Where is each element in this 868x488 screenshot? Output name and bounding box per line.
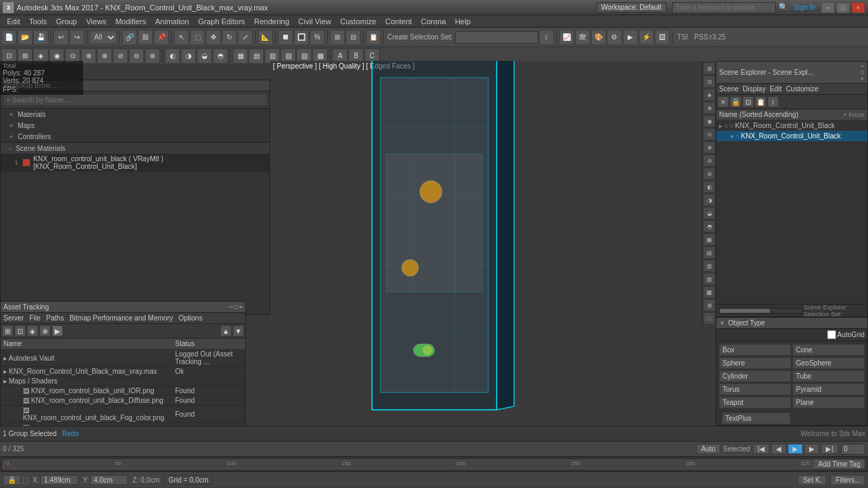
materials-tree-item[interactable]: + Materials [1,109,269,120]
asset-col-status[interactable]: Status [172,338,245,350]
ot-box[interactable]: Box [719,344,791,356]
tb-link[interactable]: 🔗 [122,30,137,45]
filters-btn[interactable]: Filters... [831,475,865,485]
asset-menu-options[interactable]: Options [179,314,202,322]
autogrid-checkbox[interactable] [827,330,836,339]
tb-select-region[interactable]: ⬚ [190,30,205,45]
tb2-8[interactable]: ⊘ [113,48,128,64]
maps-tree-item[interactable]: + Maps [1,120,269,131]
se-minimize[interactable]: ─ [860,63,865,69]
close-button[interactable]: × [851,2,865,13]
workspace-label[interactable]: Workspace: Default [596,2,666,12]
at-tb4[interactable]: ⊕ [39,325,51,336]
asset-menu-paths[interactable]: Paths [46,314,64,322]
tb-select[interactable]: ↖ [174,30,189,45]
se-scrollbar-thumb[interactable] [720,309,770,313]
tb-scale[interactable]: ⤢ [238,30,253,45]
ot-cone[interactable]: Cone [792,344,865,356]
tb2-9[interactable]: ⊖ [129,48,144,64]
tb-unlink[interactable]: ⛓ [138,30,153,45]
ot-torus[interactable]: Torus [719,383,791,395]
se-maximize[interactable]: □ [860,69,865,75]
redo-label[interactable]: Redo [62,430,79,437]
tb-new[interactable]: 📄 [1,30,17,45]
side-btn-13[interactable]: ◓ [703,220,716,233]
tb-render[interactable]: ▶ [623,30,638,45]
tb2-10[interactable]: ⊛ [145,48,160,64]
at-tb1[interactable]: ⊞ [2,325,13,336]
x-value[interactable]: 1.489cm [40,475,78,485]
selection-set-input[interactable] [455,31,538,44]
side-btn-5[interactable]: ◉ [703,115,716,127]
side-btn-1[interactable]: ⊞ [703,62,716,75]
search-input[interactable] [672,2,776,13]
menu-group[interactable]: Group [52,17,82,26]
tb2-13[interactable]: ◒ [197,48,212,64]
menu-views[interactable]: Views [82,17,110,26]
tb2-11[interactable]: ◐ [165,48,180,64]
at-tb3[interactable]: ◈ [27,325,38,336]
menu-tools[interactable]: Tools [25,17,51,26]
prev-frame-btn[interactable]: ◀ [771,444,786,454]
side-btn-4[interactable]: ⊕ [703,102,716,114]
tb-snap-toggle[interactable]: 🔲 [278,30,293,45]
add-time-tag-btn[interactable]: Add Time Tag [813,459,865,469]
side-btn-6[interactable]: ⊙ [703,128,716,141]
menu-graph-editors[interactable]: Graph Editors [194,17,249,26]
menu-civil-view[interactable]: Civil View [294,17,335,26]
se-close[interactable]: × [860,75,865,82]
prev-key-btn[interactable]: |◀ [753,444,770,454]
se-tb2[interactable]: 🔒 [730,96,741,107]
se-menu-customize[interactable]: Customize [786,85,818,93]
se-menu-scene[interactable]: Scene [719,85,738,93]
minimize-button[interactable]: ─ [821,2,835,13]
tb-schematic[interactable]: 🕸 [575,30,590,45]
ot-tube[interactable]: Tube [792,370,865,382]
tb-bind[interactable]: 📌 [154,30,169,45]
sign-in-button[interactable]: Sign In [794,3,815,11]
side-btn-14[interactable]: ▦ [703,233,716,246]
side-btn-2[interactable]: ⊡ [703,75,716,88]
menu-modifiers[interactable]: Modifiers [111,17,150,26]
se-tb5[interactable]: ↕ [768,96,779,107]
asset-col-name[interactable]: Name [1,338,172,350]
tb2-16[interactable]: ▤ [249,48,264,64]
tb-layer[interactable]: 📋 [366,30,381,45]
tb-redo[interactable]: ↪ [69,30,85,45]
tb2-14[interactable]: ◓ [213,48,228,64]
tb-save[interactable]: 💾 [33,30,48,45]
side-btn-8[interactable]: ⊘ [703,154,716,167]
asset-menu-bitmap[interactable]: Bitmap Performance and Memory [69,314,173,322]
menu-customize[interactable]: Customize [336,17,380,26]
side-btn-19[interactable]: ⊞ [703,299,716,311]
menu-help[interactable]: Help [451,17,475,26]
asset-menu-file[interactable]: File [29,314,40,322]
tb-move[interactable]: ✥ [206,30,221,45]
tb2-12[interactable]: ◑ [181,48,196,64]
menu-content[interactable]: Content [381,17,416,26]
timeline-track[interactable]: 0 50 100 150 200 250 300 325 Add Time Ta… [0,457,868,472]
tb-align[interactable]: ⊟ [346,30,361,45]
tb-render-setup[interactable]: ⚙ [607,30,622,45]
tb2-15[interactable]: ▦ [233,48,248,64]
side-btn-17[interactable]: ▧ [703,273,716,285]
ot-geosphere[interactable]: GeoSphere [792,357,865,369]
next-key-btn[interactable]: ▶| [821,444,838,454]
tb-named-sel[interactable]: ↕ [539,30,554,45]
asset-minimize[interactable]: ─ [229,304,233,310]
ot-textplus[interactable]: TextPlus [722,413,790,424]
controllers-tree-item[interactable]: + Controllers [1,131,269,142]
tb-open[interactable]: 📂 [17,30,33,45]
se-row-1[interactable]: ▸ ○ ○ KNX_Room_Control_Unit_Black [716,120,867,131]
scene-materials-tree-item[interactable]: - Scene Materials [1,143,269,154]
ot-teapot[interactable]: Teapot [719,397,791,408]
side-btn-10[interactable]: ◐ [703,181,716,193]
side-btn-7[interactable]: ⊗ [703,141,716,154]
lock-sel-btn[interactable]: 🔒 [3,475,21,485]
next-frame-btn[interactable]: ▶ [804,444,820,454]
asset-close[interactable]: × [239,304,242,310]
maximize-button[interactable]: □ [836,2,850,13]
ot-plane[interactable]: Plane [792,397,865,408]
at-tb6[interactable]: ▲ [220,325,231,336]
viewport-area[interactable]: [ Perspective ] [ High Quality ] [ Edged… [270,61,716,426]
